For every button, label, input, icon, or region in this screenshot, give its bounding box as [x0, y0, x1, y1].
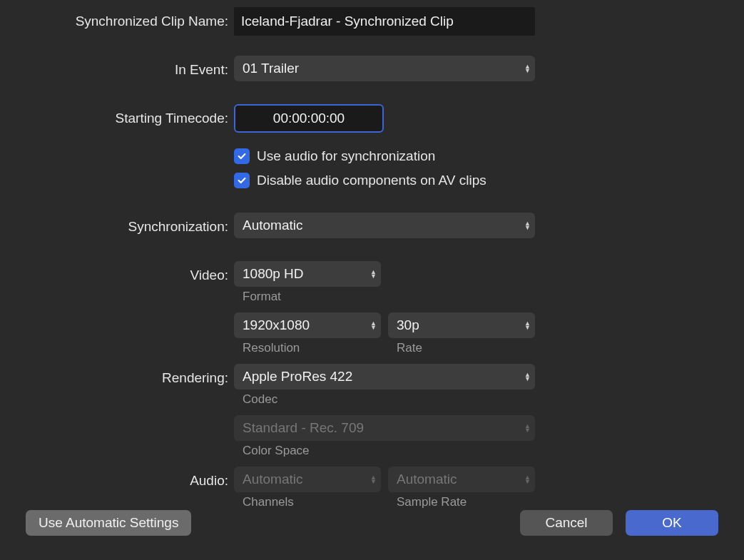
rendering-label: Rendering:	[0, 364, 234, 392]
chevron-up-down-icon: ▲▼	[524, 221, 531, 230]
channels-sublabel: Channels	[234, 495, 381, 509]
chevron-up-down-icon: ▲▼	[370, 475, 377, 484]
sample-rate-sublabel: Sample Rate	[388, 495, 535, 509]
ok-button[interactable]: OK	[626, 510, 718, 536]
resolution-sublabel: Resolution	[234, 341, 381, 355]
use-audio-sync-checkbox[interactable]	[234, 148, 250, 164]
checkmark-icon	[237, 175, 247, 185]
use-automatic-settings-button[interactable]: Use Automatic Settings	[26, 510, 191, 536]
chevron-up-down-icon: ▲▼	[370, 270, 377, 278]
codec-sublabel: Codec	[234, 392, 715, 407]
checkmark-icon	[237, 151, 247, 161]
synchronization-popup[interactable]: Automatic ▲▼	[234, 213, 535, 238]
clip-name-label: Synchronized Clip Name:	[0, 7, 234, 36]
rate-sublabel: Rate	[388, 341, 535, 355]
video-rate-value: 30p	[397, 317, 419, 332]
cancel-button[interactable]: Cancel	[520, 510, 613, 536]
synchronization-value: Automatic	[243, 218, 302, 233]
chevron-up-down-icon: ▲▼	[524, 372, 531, 381]
format-sublabel: Format	[234, 290, 715, 304]
color-space-sublabel: Color Space	[234, 444, 715, 458]
starting-timecode-input[interactable]: 00:00:00:00	[234, 104, 384, 133]
synchronize-clips-dialog: Synchronized Clip Name: In Event: 01 Tra…	[0, 0, 744, 518]
color-space-popup: Standard - Rec. 709 ▲▼	[234, 415, 535, 441]
video-resolution-popup[interactable]: 1920x1080 ▲▼	[234, 312, 381, 338]
chevron-up-down-icon: ▲▼	[370, 321, 377, 330]
in-event-label: In Event:	[0, 56, 234, 84]
audio-channels-value: Automatic	[243, 472, 302, 487]
audio-label: Audio:	[0, 467, 234, 495]
use-audio-sync-label: Use audio for synchronization	[257, 148, 435, 164]
chevron-up-down-icon: ▲▼	[524, 475, 531, 484]
synchronization-label: Synchronization:	[0, 213, 234, 241]
rendering-codec-popup[interactable]: Apple ProRes 422 ▲▼	[234, 364, 535, 390]
video-resolution-value: 1920x1080	[243, 317, 310, 332]
chevron-up-down-icon: ▲▼	[524, 321, 531, 330]
disable-audio-av-label: Disable audio components on AV clips	[257, 173, 486, 188]
chevron-up-down-icon: ▲▼	[524, 424, 531, 432]
audio-channels-popup: Automatic ▲▼	[234, 467, 381, 492]
in-event-popup[interactable]: 01 Trailer ▲▼	[234, 56, 535, 81]
video-format-popup[interactable]: 1080p HD ▲▼	[234, 261, 381, 287]
starting-timecode-label: Starting Timecode:	[0, 104, 234, 133]
video-label: Video:	[0, 261, 234, 290]
color-space-value: Standard - Rec. 709	[243, 420, 364, 435]
disable-audio-av-checkbox[interactable]	[234, 173, 250, 188]
clip-name-input[interactable]	[234, 7, 535, 36]
rendering-codec-value: Apple ProRes 422	[243, 369, 352, 384]
dialog-footer: Use Automatic Settings Cancel OK	[0, 510, 744, 536]
in-event-value: 01 Trailer	[243, 61, 299, 76]
video-rate-popup[interactable]: 30p ▲▼	[388, 312, 535, 338]
chevron-up-down-icon: ▲▼	[524, 64, 531, 73]
audio-sample-rate-popup: Automatic ▲▼	[388, 467, 535, 492]
audio-sample-rate-value: Automatic	[397, 472, 457, 487]
video-format-value: 1080p HD	[243, 266, 304, 281]
